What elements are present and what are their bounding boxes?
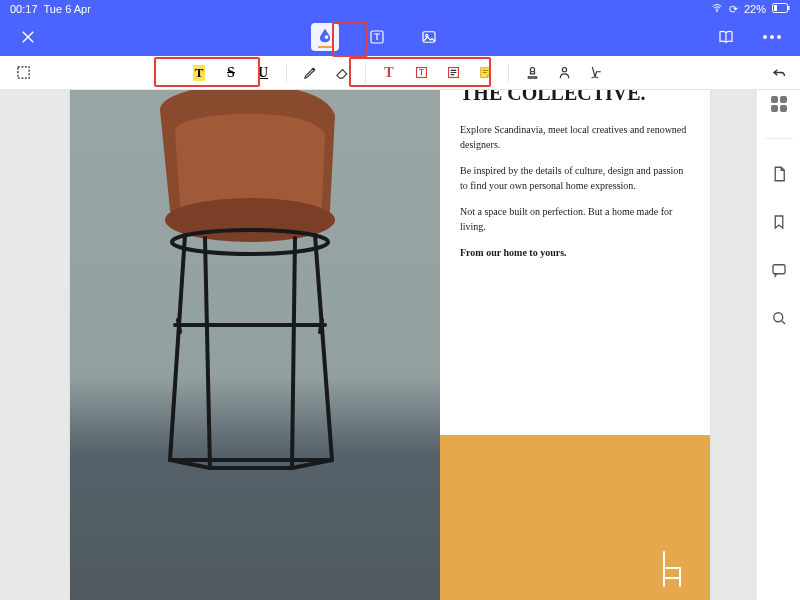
book-button[interactable]	[712, 23, 740, 51]
status-battery: 22%	[744, 3, 766, 15]
page-image-area	[70, 90, 440, 600]
svg-rect-3	[774, 5, 777, 11]
svg-rect-6	[423, 32, 435, 43]
page-p3: Not a space built on perfection. But a h…	[460, 205, 690, 234]
eraser-tool[interactable]	[329, 60, 355, 86]
tool-row: T S U T T	[0, 56, 800, 90]
highlight-tool[interactable]: T	[186, 60, 212, 86]
comments-button[interactable]	[770, 261, 788, 283]
svg-point-12	[530, 68, 534, 72]
more-button[interactable]	[758, 23, 786, 51]
status-date: Tue 6 Apr	[44, 3, 91, 15]
wifi-icon	[711, 2, 723, 16]
page-heading: THE COLLECTIVE.	[460, 90, 690, 105]
right-rail	[756, 90, 800, 600]
document-viewport[interactable]: THE COLLECTIVE. Explore Scandinavia, mee…	[0, 90, 756, 600]
svg-rect-8	[17, 67, 28, 78]
accent-block	[440, 435, 710, 600]
svg-point-13	[562, 68, 566, 72]
orientation-lock-icon: ⟳	[729, 3, 738, 16]
status-time: 00:17	[10, 3, 38, 15]
svg-rect-2	[788, 6, 790, 10]
chair-glyph-icon	[656, 550, 688, 588]
note-tool[interactable]	[440, 60, 466, 86]
svg-text:T: T	[419, 68, 424, 77]
text-box-tool[interactable]: T	[408, 60, 434, 86]
strikethrough-tool[interactable]: S	[218, 60, 244, 86]
bookmark-button[interactable]	[770, 213, 788, 235]
chair-illustration	[120, 90, 380, 490]
close-button[interactable]	[14, 23, 42, 51]
document-outline-button[interactable]	[770, 165, 788, 187]
signature-tool[interactable]	[583, 60, 609, 86]
underline-tool[interactable]: U	[250, 60, 276, 86]
document-page: THE COLLECTIVE. Explore Scandinavia, mee…	[70, 90, 710, 600]
svg-rect-16	[773, 265, 785, 274]
undo-button[interactable]	[766, 60, 792, 86]
stamp-tool[interactable]	[519, 60, 545, 86]
text-annotation-tool[interactable]: T	[376, 60, 402, 86]
crop-tool[interactable]	[10, 60, 36, 86]
sticky-note-tool[interactable]	[472, 60, 498, 86]
tab-image[interactable]	[415, 23, 443, 51]
search-button[interactable]	[770, 309, 788, 331]
tab-text[interactable]	[363, 23, 391, 51]
status-bar: 00:17 Tue 6 Apr ⟳ 22%	[0, 0, 800, 18]
svg-point-4	[325, 35, 329, 39]
page-p2: Be inspired by the details of culture, d…	[460, 164, 690, 193]
top-nav	[0, 18, 800, 56]
page-p1: Explore Scandinavia, meet local creative…	[460, 123, 690, 152]
battery-icon	[772, 3, 790, 15]
marker-underline	[318, 46, 332, 48]
pen-tool[interactable]	[297, 60, 323, 86]
svg-point-17	[773, 313, 782, 322]
person-tool[interactable]	[551, 60, 577, 86]
svg-point-0	[716, 11, 717, 12]
page-p4: From our home to yours.	[460, 246, 690, 261]
tab-marker[interactable]	[311, 23, 339, 51]
main-area: THE COLLECTIVE. Explore Scandinavia, mee…	[0, 90, 800, 600]
thumbnails-button[interactable]	[771, 96, 787, 112]
